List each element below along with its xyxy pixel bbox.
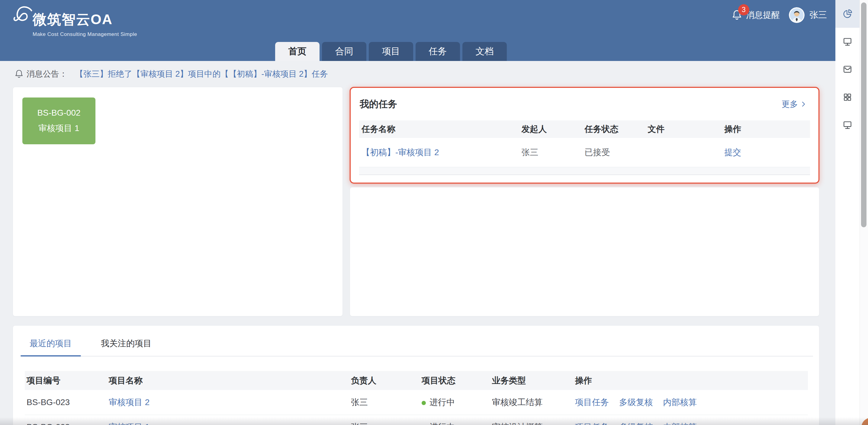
- nav-tab-document[interactable]: 文档: [462, 42, 507, 61]
- project-business-type: 审核设计概算: [492, 415, 575, 425]
- project-actions: 项目任务 多级复核 内部核算: [575, 390, 808, 415]
- col-project-code: 项目编号: [25, 371, 109, 390]
- projects-panel: 最近的项目 我关注的项目 项目编号 项目名称 负责人 项目状态 业务类型 操作 …: [13, 325, 819, 425]
- rail-item-screen[interactable]: [835, 111, 860, 139]
- main-nav-tabs: 首页 合同 项目 任务 文档: [275, 42, 507, 61]
- notification-badge: 3: [738, 4, 749, 15]
- user-name: 张三: [809, 9, 827, 21]
- project-actions: 项目任务 多级复核 内部核算: [575, 415, 808, 425]
- my-tasks-table: 任务名称 发起人 任务状态 文件 操作 【初稿】-审核项目 2 张三 已接受 提…: [359, 121, 810, 167]
- project-code: BS-BG-002: [25, 415, 109, 425]
- tab-recent-projects[interactable]: 最近的项目: [21, 326, 81, 356]
- action-multilevel-review[interactable]: 多级复核: [619, 422, 653, 425]
- nav-tab-task[interactable]: 任务: [415, 42, 460, 61]
- nav-tab-home[interactable]: 首页: [275, 42, 319, 61]
- pie-chart-icon: [842, 9, 852, 19]
- project-name-link[interactable]: 审核项目 1: [109, 422, 150, 425]
- brand-tagline: Make Cost Consulting Management Simple: [33, 31, 137, 37]
- project-status: 进行中: [422, 415, 492, 425]
- rail-item-workbench[interactable]: [835, 28, 860, 56]
- task-file: [648, 138, 724, 167]
- brand-logo-icon: [13, 4, 34, 30]
- main-area: 微筑智云OA Make Cost Consulting Management S…: [0, 0, 835, 425]
- project-name-link[interactable]: 审核项目 2: [109, 397, 150, 407]
- col-project-name: 项目名称: [109, 371, 351, 390]
- col-task-name: 任务名称: [359, 121, 521, 138]
- projects-header-row: 项目编号 项目名称 负责人 项目状态 业务类型 操作: [25, 371, 808, 390]
- task-submit-link[interactable]: 提交: [724, 148, 741, 157]
- rail-item-dashboard[interactable]: [835, 0, 860, 28]
- projects-tabs: 最近的项目 我关注的项目: [21, 326, 819, 356]
- header-right: 3 消息提醒 张三: [731, 4, 827, 26]
- announcement-label: 消息公告：: [27, 68, 67, 79]
- my-tasks-header-row: 任务名称 发起人 任务状态 文件 操作: [359, 121, 810, 138]
- nav-tab-project[interactable]: 项目: [369, 42, 413, 61]
- task-status: 已接受: [585, 138, 648, 167]
- monitor-icon: [842, 120, 852, 130]
- col-task-status: 任务状态: [585, 121, 648, 138]
- col-owner: 负责人: [351, 371, 422, 390]
- status-dot-icon: [422, 401, 426, 405]
- recent-project-panel: BS-BG-002 审核项目 1: [13, 87, 343, 316]
- project-tile-name: 审核项目 1: [38, 123, 79, 134]
- task-initiator: 张三: [521, 138, 584, 167]
- col-operations: 操作: [575, 371, 808, 390]
- col-business-type: 业务类型: [492, 371, 575, 390]
- empty-panel: [350, 187, 819, 316]
- grid-icon: [842, 92, 852, 102]
- scrollbar-thumb[interactable]: [861, 2, 867, 227]
- col-action: 操作: [724, 121, 810, 138]
- task-name-link[interactable]: 【初稿】-审核项目 2: [362, 148, 439, 157]
- project-owner: 张三: [351, 390, 422, 415]
- my-tasks-row: 【初稿】-审核项目 2 张三 已接受 提交: [359, 138, 810, 167]
- notification-label: 消息提醒: [746, 9, 780, 21]
- project-tile-code: BS-BG-002: [37, 108, 80, 118]
- action-multilevel-review[interactable]: 多级复核: [619, 397, 653, 407]
- monitor-icon: [842, 36, 852, 47]
- chevron-right-icon: [800, 100, 807, 108]
- announcement-bell-icon: [14, 69, 24, 79]
- my-tasks-empty-strip: [359, 167, 810, 175]
- my-tasks-more-link[interactable]: 更多: [782, 99, 807, 109]
- action-project-tasks[interactable]: 项目任务: [575, 397, 609, 407]
- tab-followed-projects[interactable]: 我关注的项目: [92, 326, 161, 356]
- project-business-type: 审核竣工结算: [492, 390, 575, 415]
- project-owner: 张三: [351, 415, 422, 425]
- brand: 微筑智云OA Make Cost Consulting Management S…: [13, 2, 137, 37]
- rail-item-inbox[interactable]: [835, 56, 860, 83]
- notification-button[interactable]: 3 消息提醒: [731, 9, 780, 21]
- projects-table: 项目编号 项目名称 负责人 项目状态 业务类型 操作 BS-BG-023 审核项…: [25, 371, 808, 425]
- avatar: [789, 7, 805, 23]
- project-status: 进行中: [422, 390, 492, 415]
- scrollbar-track[interactable]: [860, 0, 868, 425]
- tabs-track: [21, 356, 813, 357]
- app-header: 微筑智云OA Make Cost Consulting Management S…: [0, 0, 835, 61]
- nav-tab-contract[interactable]: 合同: [322, 42, 366, 61]
- inbox-icon: [842, 64, 852, 74]
- action-internal-accounting[interactable]: 内部核算: [663, 397, 697, 407]
- rail-item-apps[interactable]: [835, 83, 860, 111]
- announcement-message-link[interactable]: 【张三】拒绝了【审核项目 2】项目中的【【初稿】-审核项目 2】任务: [75, 68, 328, 79]
- col-file: 文件: [648, 121, 724, 138]
- project-row: BS-BG-023 审核项目 2 张三 进行中 审核竣工结算 项目任务 多级复核…: [25, 390, 808, 415]
- side-rail: [835, 0, 860, 425]
- project-code: BS-BG-023: [25, 390, 109, 415]
- action-project-tasks[interactable]: 项目任务: [575, 422, 609, 425]
- project-tile[interactable]: BS-BG-002 审核项目 1: [22, 98, 95, 144]
- my-tasks-title: 我的任务: [360, 98, 397, 110]
- col-project-status: 项目状态: [422, 371, 492, 390]
- my-tasks-panel: 我的任务 更多 任务名称 发起人 任务状态 文件 操作 【初稿】-审核项目 2: [350, 87, 819, 184]
- project-row: BS-BG-002 审核项目 1 张三 进行中 审核设计概算 项目任务 多级复核…: [25, 415, 808, 425]
- user-menu[interactable]: 张三: [789, 7, 827, 23]
- action-internal-accounting[interactable]: 内部核算: [663, 422, 697, 425]
- col-initiator: 发起人: [521, 121, 584, 138]
- brand-name: 微筑智云OA: [33, 10, 137, 29]
- announcement-bar: 消息公告： 【张三】拒绝了【审核项目 2】项目中的【【初稿】-审核项目 2】任务: [0, 61, 835, 87]
